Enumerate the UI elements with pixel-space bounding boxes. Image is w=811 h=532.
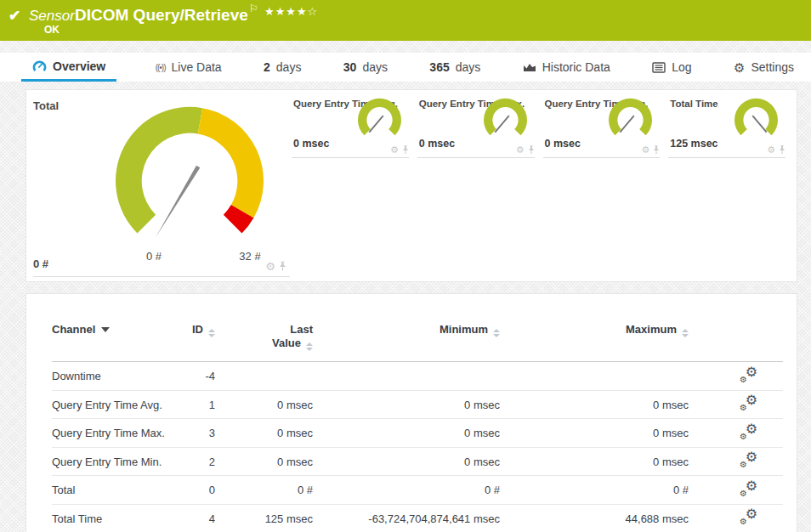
gauge-scale-min: 0 #	[137, 250, 171, 263]
priority-flag-icon[interactable]: ⚐	[249, 3, 258, 14]
channel-name: Query Entry Time Min.	[52, 447, 188, 476]
channel-settings-icon[interactable]: ⚙⚙	[740, 367, 757, 383]
column-header-maximum[interactable]: Maximum	[507, 311, 695, 362]
gauge-value: 0 msec	[545, 138, 581, 150]
tab-label: days	[276, 60, 302, 74]
tab-label: days	[362, 60, 388, 74]
channel-minimum: 0 #	[320, 476, 507, 505]
tab-365-days[interactable]: 365 days	[426, 53, 484, 82]
channel-settings-icon[interactable]: ⚙⚙	[740, 509, 757, 525]
channel-maximum	[507, 362, 695, 391]
column-header-minimum[interactable]: Minimum	[320, 311, 507, 362]
mini-gauge	[355, 94, 404, 139]
tab-overview[interactable]: Overview	[21, 53, 116, 82]
channel-settings-icon[interactable]: ⚙⚙	[740, 452, 757, 468]
channel-last-value: 125 msec	[222, 504, 320, 532]
total-gauge	[105, 97, 274, 246]
gear-icon[interactable]: ⚙	[265, 261, 275, 272]
channel-id: 3	[188, 419, 222, 448]
table-header-row: Channel ID Last Value Minimum Maximum	[52, 311, 783, 362]
gauge-value: 0 #	[33, 258, 48, 270]
channel-settings-icon[interactable]: ⚙⚙	[740, 424, 757, 440]
gauge-needle	[156, 166, 200, 237]
tab-30-days[interactable]: 30 days	[340, 53, 391, 82]
table-row: Total 0 0 # 0 # 0 # ⚙⚙	[52, 476, 783, 505]
gauge-needle	[752, 116, 766, 133]
pin-icon[interactable]	[653, 145, 660, 155]
channel-id: 0	[188, 476, 222, 505]
column-header-channel[interactable]: Channel	[52, 311, 188, 362]
pin-icon[interactable]	[402, 145, 409, 155]
mini-gauge	[732, 94, 780, 139]
gear-icon: ⚙	[734, 61, 745, 74]
gauge-icon	[32, 59, 47, 73]
channel-minimum: 0 msec	[320, 419, 507, 448]
gear-icon[interactable]: ⚙	[516, 145, 525, 155]
channels-panel: Channel ID Last Value Minimum Maximum	[26, 293, 797, 532]
sort-icon	[682, 329, 689, 337]
channel-name: Query Entry Time Max.	[52, 419, 188, 448]
total-gauge-card: Total 0 # 32 # 0 # ⚙	[26, 90, 292, 281]
pin-icon[interactable]	[528, 145, 535, 155]
tab-label: Historic Data	[542, 60, 610, 74]
sensor-title: DICOM Query/Retrieve	[75, 6, 248, 25]
gauge-title: Total	[33, 99, 59, 112]
gauge-needle	[621, 116, 634, 133]
pin-icon[interactable]	[279, 261, 286, 272]
mini-gauge	[606, 94, 655, 139]
channel-last-value: 0 #	[222, 476, 320, 505]
pin-icon[interactable]	[779, 145, 785, 155]
column-header-actions	[695, 311, 783, 362]
tab-log[interactable]: Log	[649, 53, 695, 82]
channel-id: 2	[188, 447, 222, 476]
gear-icon[interactable]: ⚙	[390, 145, 399, 155]
area-chart-icon	[523, 61, 536, 73]
tab-number: 365	[429, 60, 449, 74]
tab-2-days[interactable]: 2 days	[260, 53, 304, 82]
channel-minimum: -63,724,704,874,641 msec	[320, 504, 507, 532]
gauge-value: 0 msec	[293, 138, 329, 150]
table-row: Query Entry Time Max. 3 0 msec 0 msec 0 …	[52, 419, 783, 448]
channel-last-value: 0 msec	[222, 447, 320, 476]
status-badge: OK	[44, 24, 60, 36]
channel-name: Total Time	[52, 504, 188, 532]
channel-id: -4	[188, 362, 222, 391]
gauge-value: 125 msec	[670, 138, 717, 150]
sort-desc-icon	[101, 327, 110, 332]
gauge-needle	[369, 116, 383, 133]
mini-gauge-card: Query Entry Time Max. 0 msec ⚙	[417, 90, 535, 158]
priority-stars[interactable]: ★★★★☆	[264, 5, 318, 18]
channel-settings-icon[interactable]: ⚙⚙	[740, 481, 757, 497]
mini-gauge	[481, 94, 530, 139]
tab-live-data[interactable]: ((•)) Live Data	[152, 53, 225, 82]
sensor-header: ✔ Sensor DICOM Query/Retrieve ⚐ ★★★★☆ OK	[0, 0, 811, 41]
channel-last-value	[222, 362, 320, 391]
gauge-value: 0 msec	[419, 138, 455, 150]
channel-maximum: 0 msec	[507, 390, 695, 419]
table-row: Query Entry Time Avg. 1 0 msec 0 msec 0 …	[52, 390, 783, 419]
channel-id: 4	[188, 504, 222, 532]
gauge-title: Total Time	[670, 99, 717, 109]
tab-label: Settings	[751, 60, 794, 74]
channel-id: 1	[188, 390, 222, 419]
tab-bar: Overview ((•)) Live Data 2 days 30 days …	[0, 53, 811, 82]
channel-name: Downtime	[52, 362, 188, 391]
tab-historic-data[interactable]: Historic Data	[519, 53, 614, 82]
log-list-icon	[652, 62, 666, 73]
table-row: Downtime -4 ⚙⚙	[52, 362, 783, 391]
gear-icon[interactable]: ⚙	[641, 145, 649, 155]
tab-number: 2	[264, 60, 270, 74]
column-header-id[interactable]: ID	[188, 311, 222, 362]
mini-gauges-row: Query Entry Time Avg. 0 msec ⚙ Query Ent…	[292, 90, 797, 158]
tab-settings[interactable]: ⚙ Settings	[730, 53, 797, 82]
channel-name: Total	[52, 476, 188, 505]
channel-name: Query Entry Time Avg.	[52, 390, 188, 419]
channel-settings-icon[interactable]: ⚙⚙	[740, 395, 757, 411]
gear-icon[interactable]: ⚙	[767, 145, 775, 155]
divider	[33, 276, 290, 277]
gauge-needle	[495, 116, 508, 133]
mini-gauge-card: Query Entry Time Avg. 0 msec ⚙	[292, 90, 409, 158]
channel-maximum: 0 msec	[507, 419, 695, 448]
column-header-last-value[interactable]: Last Value	[222, 311, 320, 362]
tab-label: Live Data	[171, 60, 221, 74]
